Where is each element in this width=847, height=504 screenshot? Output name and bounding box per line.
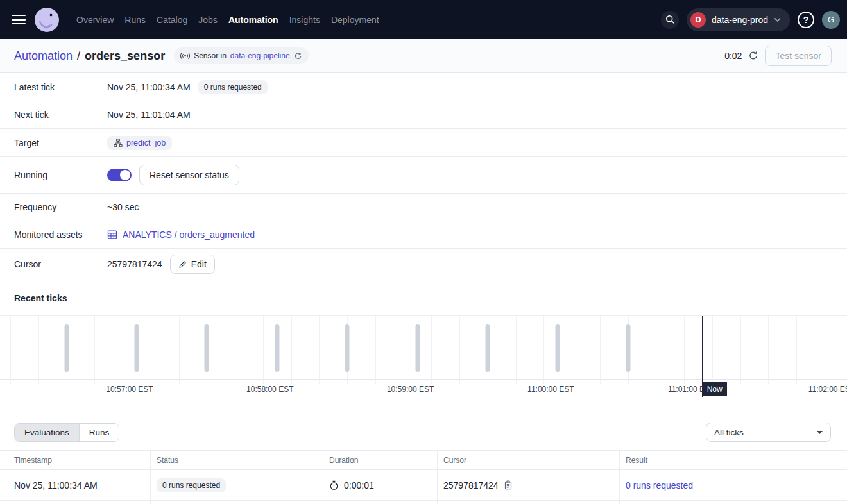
chart-gridline: [123, 316, 123, 379]
breadcrumb-automation-link[interactable]: Automation: [14, 49, 73, 63]
next-tick-label: Next tick: [0, 101, 99, 128]
chart-gridline: [151, 316, 151, 379]
copy-clipboard-icon[interactable]: [504, 480, 513, 490]
test-sensor-button[interactable]: Test sensor: [765, 46, 832, 66]
recent-ticks-chart-section: 10:57:00 EST10:58:00 EST10:59:00 EST11:0…: [0, 315, 847, 414]
cell-status: 0 runs requested: [150, 470, 323, 501]
page-title: orders_sensor: [85, 49, 165, 63]
cursor-value: 25797817424: [107, 259, 162, 269]
sensor-properties: Latest tick Nov 25, 11:00:34 AM 0 runs r…: [0, 73, 847, 280]
axis-subtick: [600, 379, 601, 384]
axis-subtick: [543, 379, 544, 384]
reset-sensor-status-button[interactable]: Reset sensor status: [139, 165, 239, 185]
refresh-countdown: 0:02: [724, 51, 742, 61]
recent-ticks-heading: Recent ticks: [0, 280, 847, 315]
chart-gridline: [235, 316, 235, 379]
next-row-sliver: [0, 501, 150, 504]
result-link[interactable]: 0 runs requested: [626, 480, 693, 491]
repository-link[interactable]: data-eng-pipeline: [230, 51, 290, 60]
chart-gridline: [825, 316, 825, 379]
tick-bar[interactable]: [275, 324, 279, 372]
nav-right-cluster: D data-eng-prod ? G: [661, 8, 840, 31]
tick-view-tabs: Evaluations Runs: [14, 423, 119, 442]
nav-runs[interactable]: Runs: [124, 15, 146, 25]
time-axis-line: [0, 379, 847, 380]
chart-gridline: [712, 316, 713, 379]
col-header-status: Status: [150, 451, 323, 470]
axis-subtick: [235, 379, 235, 384]
dagster-logo[interactable]: [35, 8, 59, 32]
deployment-initial-badge: D: [690, 12, 706, 28]
axis-subtick: [628, 379, 629, 384]
breadcrumb-separator: /: [77, 49, 80, 63]
axis-tick-label: 10:59:00 EST: [387, 385, 434, 394]
latest-tick-value: Nov 25, 11:00:34 AM: [107, 82, 191, 92]
help-icon[interactable]: ?: [798, 12, 814, 28]
nav-deployment[interactable]: Deployment: [331, 15, 379, 25]
monitored-assets-label: Monitored assets: [0, 221, 99, 248]
nav-overview[interactable]: Overview: [76, 15, 114, 25]
tick-bar[interactable]: [556, 324, 560, 372]
tick-bar[interactable]: [626, 324, 630, 372]
axis-tick-label: 11:00:00 EST: [527, 385, 574, 394]
sensor-location-badge: Sensor in data-eng-pipeline: [174, 47, 308, 64]
chart-gridline: [796, 316, 797, 379]
evaluations-table: Timestamp Status Duration Cursor Result …: [0, 450, 847, 504]
axis-subtick: [488, 379, 488, 384]
edit-cursor-button[interactable]: Edit: [170, 255, 215, 274]
status-badge: 0 runs requested: [157, 478, 226, 492]
running-toggle[interactable]: [107, 169, 132, 181]
tick-bar[interactable]: [134, 324, 139, 372]
frequency-row: Frequency ~30 sec: [0, 194, 847, 221]
page-header: Automation / orders_sensor Sensor in dat…: [0, 39, 847, 73]
tab-runs[interactable]: Runs: [79, 424, 119, 441]
col-header-result: Result: [619, 451, 847, 470]
chart-gridline: [319, 316, 320, 379]
target-row: Target predict_job: [0, 129, 847, 157]
user-avatar[interactable]: G: [822, 11, 840, 29]
cell-timestamp: Nov 25, 11:00:34 AM: [0, 470, 150, 501]
cell-result: 0 runs requested: [619, 470, 847, 501]
chart-gridline: [516, 316, 517, 379]
nav-insights[interactable]: Insights: [289, 15, 320, 25]
menu-icon[interactable]: [12, 15, 26, 25]
asset-table-icon: [107, 230, 117, 240]
axis-tick-label: 11:02:00 EST: [809, 385, 847, 394]
tick-bar[interactable]: [345, 324, 350, 372]
axis-subtick: [10, 379, 11, 384]
next-tick-row: Next tick Nov 25, 11:01:04 AM: [0, 101, 847, 129]
frequency-value: ~30 sec: [107, 202, 139, 212]
nav-automation[interactable]: Automation: [228, 15, 278, 25]
chart-gridline: [263, 316, 264, 379]
tick-bar[interactable]: [64, 324, 69, 372]
nav-jobs[interactable]: Jobs: [198, 15, 218, 25]
refresh-icon[interactable]: [748, 51, 758, 61]
search-icon[interactable]: [661, 11, 679, 29]
col-header-duration: Duration: [323, 451, 437, 470]
next-tick-value: Nov 25, 11:01:04 AM: [107, 110, 191, 120]
chart-gridline: [375, 316, 376, 379]
chevron-down-icon: [774, 17, 781, 22]
nav-catalog[interactable]: Catalog: [157, 15, 187, 25]
axis-subtick: [404, 379, 404, 384]
axis-subtick: [94, 379, 95, 384]
chart-gridline: [10, 316, 11, 379]
axis-subtick: [151, 379, 151, 384]
deployment-switcher[interactable]: D data-eng-prod: [687, 8, 790, 31]
col-header-timestamp: Timestamp: [0, 451, 150, 470]
chart-gridline: [94, 316, 95, 379]
tab-evaluations[interactable]: Evaluations: [15, 424, 79, 441]
tick-timeline-chart: 10:57:00 EST10:58:00 EST10:59:00 EST11:0…: [0, 315, 847, 401]
axis-subtick: [656, 379, 656, 384]
target-job-chip[interactable]: predict_job: [107, 136, 172, 150]
axis-subtick: [263, 379, 264, 384]
chart-gridline: [656, 316, 656, 379]
axis-tick-label: 10:57:00 EST: [106, 385, 153, 394]
reload-repository-icon[interactable]: [294, 52, 302, 60]
axis-subtick: [431, 379, 432, 384]
monitored-asset-link[interactable]: ANALYTICS / orders_augmented: [107, 230, 255, 240]
tick-status-filter[interactable]: All ticks: [706, 423, 831, 442]
tick-bar[interactable]: [205, 324, 209, 372]
tick-bar[interactable]: [485, 324, 490, 372]
tick-bar[interactable]: [415, 324, 420, 372]
